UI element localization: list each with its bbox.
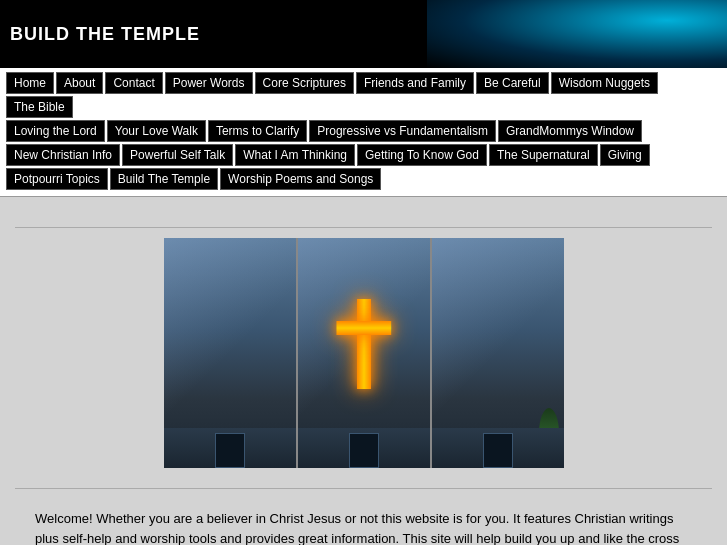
bottom-divider — [15, 488, 712, 489]
nav-item-terms-clarify[interactable]: Terms to Clarify — [208, 120, 307, 142]
nav-item-worship-poems[interactable]: Worship Poems and Songs — [220, 168, 381, 190]
nav-item-core-scriptures[interactable]: Core Scriptures — [255, 72, 354, 94]
cross — [357, 299, 371, 389]
nav-item-new-christian[interactable]: New Christian Info — [6, 144, 120, 166]
nav-item-giving[interactable]: Giving — [600, 144, 650, 166]
header-banner: BUILD THE TEMPLE — [0, 0, 727, 68]
nav-item-about[interactable]: About — [56, 72, 103, 94]
nav-item-potpourri[interactable]: Potpourri Topics — [6, 168, 108, 190]
navigation: HomeAboutContactPower WordsCore Scriptur… — [0, 68, 727, 197]
nav-item-know-god[interactable]: Getting To Know God — [357, 144, 487, 166]
church-panel-center — [298, 238, 432, 468]
nav-item-wisdom-nuggets[interactable]: Wisdom Nuggets — [551, 72, 658, 94]
church-panel-left — [164, 238, 298, 468]
nav-item-build-temple[interactable]: Build The Temple — [110, 168, 218, 190]
nav-item-friends-family[interactable]: Friends and Family — [356, 72, 474, 94]
nav-item-supernatural[interactable]: The Supernatural — [489, 144, 598, 166]
nav-row-2: New Christian InfoPowerful Self TalkWhat… — [6, 144, 721, 166]
nav-item-be-careful[interactable]: Be Careful — [476, 72, 549, 94]
nav-item-what-thinking[interactable]: What I Am Thinking — [235, 144, 355, 166]
nav-item-contact[interactable]: Contact — [105, 72, 162, 94]
nav-item-self-talk[interactable]: Powerful Self Talk — [122, 144, 233, 166]
site-title: BUILD THE TEMPLE — [10, 24, 200, 45]
church-image-container — [15, 238, 712, 468]
nav-item-love-walk[interactable]: Your Love Walk — [107, 120, 206, 142]
cross-horizontal — [336, 321, 391, 335]
nav-item-the-bible[interactable]: The Bible — [6, 96, 73, 118]
church-panel-right — [432, 238, 564, 468]
nav-row-1: Loving the LordYour Love WalkTerms to Cl… — [6, 120, 721, 142]
nav-item-home[interactable]: Home — [6, 72, 54, 94]
welcome-text: Welcome! Whether you are a believer in C… — [15, 499, 712, 545]
nav-item-power-words[interactable]: Power Words — [165, 72, 253, 94]
nav-item-loving-lord[interactable]: Loving the Lord — [6, 120, 105, 142]
main-content: Welcome! Whether you are a believer in C… — [0, 197, 727, 545]
cross-vertical — [357, 299, 371, 389]
nav-row-3: Potpourri TopicsBuild The TempleWorship … — [6, 168, 721, 190]
nav-item-prog-vs-fund[interactable]: Progressive vs Fundamentalism — [309, 120, 496, 142]
top-divider — [15, 227, 712, 228]
nav-row-0: HomeAboutContactPower WordsCore Scriptur… — [6, 72, 721, 118]
church-image — [164, 238, 564, 468]
nav-item-grandmommys-window[interactable]: GrandMommys Window — [498, 120, 642, 142]
